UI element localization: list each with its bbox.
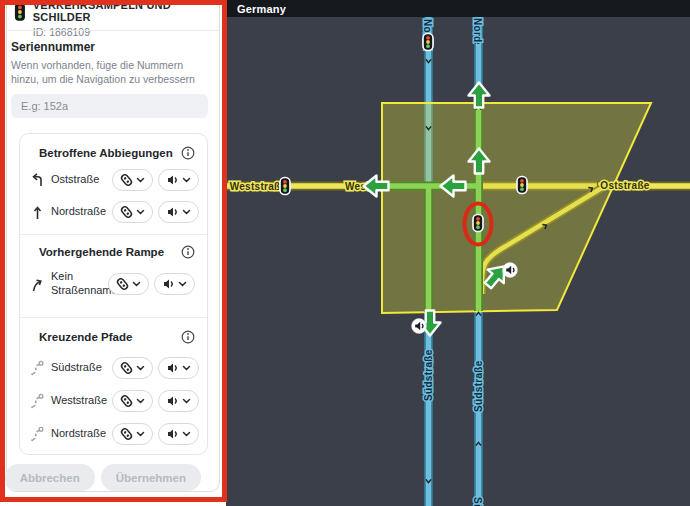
chevron-down-icon	[136, 209, 145, 215]
chevron-down-icon	[132, 281, 141, 287]
map-canvas[interactable]: Weststraße Weststraße Oststraße Nordstra…	[225, 0, 690, 506]
divider	[20, 234, 207, 235]
street-label: Weststraße	[46, 394, 112, 408]
signal-display-dropdown[interactable]	[108, 273, 149, 295]
chevron-down-icon	[136, 398, 145, 404]
traffic-signal-icon-north[interactable]	[423, 34, 433, 51]
chevron-down-icon	[182, 365, 191, 371]
panel-header: VERKEHRSAMPELN UND SCHILDER ID: 1868109	[14, 2, 214, 38]
speaker-icon	[165, 205, 180, 219]
chevron-down-icon	[136, 431, 145, 437]
chevron-down-icon	[136, 177, 145, 183]
ramp-heading: Vorhergehende Rampe	[39, 246, 164, 258]
divider	[20, 317, 207, 318]
serial-description: Wenn vorhanden, füge die Nummern hinzu, …	[11, 58, 209, 86]
traffic-signal-icon-east[interactable]	[517, 177, 527, 194]
map-header-bar: Germany	[225, 0, 690, 17]
crossing-row-nordstrasse: Nordstraße	[20, 420, 207, 448]
speaker-icon	[165, 361, 180, 375]
audio-alert-dropdown[interactable]	[158, 390, 199, 412]
panel-title: VERKEHRSAMPELN UND SCHILDER	[33, 0, 214, 23]
chevron-down-icon	[178, 281, 187, 287]
crossing-path-icon	[30, 426, 45, 442]
signal-display-dropdown[interactable]	[112, 169, 153, 191]
crossing-heading: Kreuzende Pfade	[39, 331, 132, 343]
turns-heading: Betroffene Abbiegungen	[39, 147, 173, 159]
ramp-row: Kein Straßenname	[20, 267, 207, 301]
signal-editor-panel: VERKEHRSAMPELN UND SCHILDER ID: 1868109 …	[0, 0, 226, 506]
audio-alert-dropdown[interactable]	[158, 169, 199, 191]
connections-card: Betroffene Abbiegungen Oststraße	[19, 133, 208, 455]
signal-state-icon	[119, 173, 134, 187]
ramp-icon	[30, 277, 45, 292]
signal-display-dropdown[interactable]	[112, 201, 153, 223]
panel-id: ID: 1868109	[33, 26, 214, 38]
street-label: Kein Straßenname	[46, 270, 108, 298]
chevron-down-icon	[182, 398, 191, 404]
audio-alert-dropdown[interactable]	[158, 423, 199, 445]
region-label: Germany	[237, 3, 286, 15]
divider	[6, 30, 220, 31]
serial-number-input[interactable]	[11, 94, 208, 118]
audio-alert-dropdown[interactable]	[158, 201, 199, 223]
action-buttons: Abbrechen Übernehmen	[0, 464, 226, 491]
speaker-icon	[165, 427, 180, 441]
audio-alert-dropdown[interactable]	[158, 357, 199, 379]
chevron-down-icon	[136, 365, 145, 371]
crossing-path-icon	[30, 360, 45, 376]
cancel-button[interactable]: Abbrechen	[5, 464, 95, 491]
label-weststrasse: Weststraße	[230, 181, 287, 192]
audio-alert-dropdown[interactable]	[154, 273, 195, 295]
signal-state-icon	[119, 427, 134, 441]
traffic-light-icon	[14, 2, 26, 22]
street-label: Südstraße	[46, 361, 112, 375]
traffic-signal-icon-selected[interactable]	[473, 215, 483, 232]
street-label: Nordstraße	[46, 427, 112, 441]
crossing-path-icon	[30, 393, 45, 409]
signal-display-dropdown[interactable]	[112, 357, 153, 379]
apply-button[interactable]: Übernehmen	[101, 464, 201, 491]
info-icon[interactable]	[181, 330, 195, 344]
traffic-signal-icon-west[interactable]	[280, 178, 290, 195]
label-suedstrasse-right: Südstraße	[473, 360, 484, 412]
audio-alert-icon-ramp[interactable]	[503, 263, 518, 278]
speaker-icon	[161, 277, 176, 291]
info-icon[interactable]	[181, 245, 195, 259]
serial-heading: Seriennummer	[11, 40, 211, 54]
street-label: Oststraße	[46, 173, 112, 187]
signal-display-dropdown[interactable]	[112, 423, 153, 445]
label-suedstrasse-left: Südstraße	[423, 349, 434, 401]
signal-state-icon	[115, 277, 130, 291]
speaker-icon	[165, 394, 180, 408]
signal-state-icon	[119, 361, 134, 375]
signal-state-icon	[119, 205, 134, 219]
label-suedstrasse-bottom: Südstraße	[472, 497, 483, 506]
street-label: Nordstraße	[46, 205, 112, 219]
speaker-icon	[165, 173, 180, 187]
chevron-down-icon	[182, 209, 191, 215]
crossing-row-suedstrasse: Südstraße	[20, 354, 207, 382]
signal-display-dropdown[interactable]	[112, 390, 153, 412]
turn-left-icon	[30, 173, 45, 188]
info-icon[interactable]	[181, 146, 195, 160]
chevron-down-icon	[182, 177, 191, 183]
app-window: Weststraße Weststraße Oststraße Nordstra…	[0, 0, 690, 506]
label-oststrasse: Oststraße	[600, 180, 650, 191]
audio-alert-icon-south[interactable]	[412, 319, 427, 334]
turn-row-nordstrasse: Nordstraße	[20, 198, 207, 226]
serial-section: Seriennummer Wenn vorhanden, füge die Nu…	[11, 40, 211, 118]
crossing-row-weststrasse: Weststraße	[20, 387, 207, 415]
straight-arrow-icon	[30, 205, 45, 220]
chevron-down-icon	[182, 431, 191, 437]
signal-state-icon	[119, 394, 134, 408]
turn-row-oststrasse: Oststraße	[20, 166, 207, 194]
